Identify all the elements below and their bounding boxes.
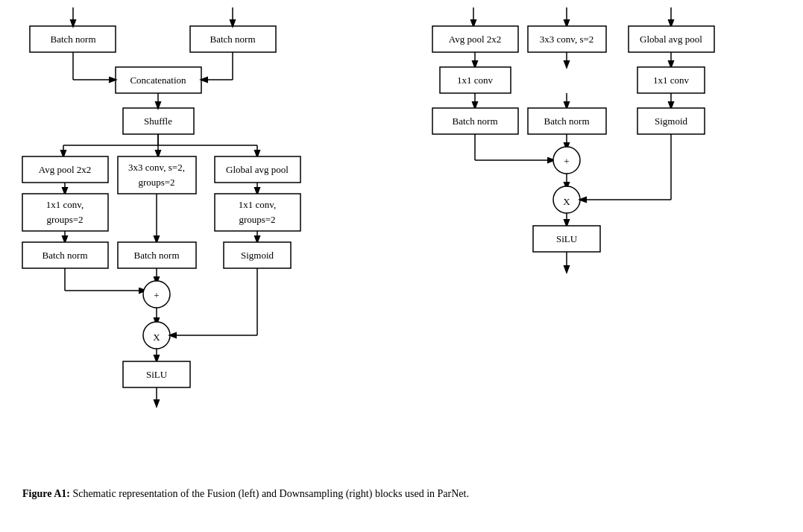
svg-text:groups=2: groups=2	[138, 177, 174, 188]
conv3x3-label: 3x3 conv, s=2,	[128, 162, 185, 173]
r-conv1x1-left-label: 1x1 conv	[457, 75, 494, 86]
r-avg-pool-label: Avg pool 2x2	[449, 34, 502, 45]
svg-text:groups=2: groups=2	[46, 214, 83, 225]
batch-norm-mid-label: Batch norm	[133, 250, 179, 261]
r-silu-label: SiLU	[556, 233, 578, 244]
svg-text:groups=2: groups=2	[239, 214, 275, 225]
left-diagram: Batch norm Batch norm Concatenation Shuf…	[7, 4, 403, 436]
multiply-circle-label: X	[153, 332, 160, 343]
caption-label: Figure A1:	[22, 488, 70, 499]
r-batch-norm-mid-label: Batch norm	[544, 115, 589, 127]
left-batch-norm-1-label: Batch norm	[50, 34, 95, 45]
r-global-avg-pool-label: Global avg pool	[640, 34, 702, 45]
r-conv1x1-right-label: 1x1 conv	[653, 75, 690, 86]
r-conv3x3-label: 3x3 conv, s=2	[540, 34, 594, 45]
r-sigmoid-label: Sigmoid	[655, 115, 688, 127]
caption-text: Schematic representation of the Fusion (…	[70, 488, 469, 499]
concat-label: Concatenation	[130, 75, 186, 86]
avg-pool-label: Avg pool 2x2	[39, 164, 92, 175]
sigmoid-label: Sigmoid	[241, 250, 274, 261]
r-batch-norm-left-label: Batch norm	[452, 115, 497, 127]
figure-caption: Figure A1: Schematic representation of t…	[22, 486, 781, 502]
shuffle-label: Shuffle	[144, 115, 172, 127]
conv1x1-right-label: 1x1 conv,	[239, 199, 276, 210]
r-plus-circle-label: +	[564, 156, 569, 167]
silu-label: SiLU	[146, 369, 168, 380]
right-diagram: Avg pool 2x2 3x3 conv, s=2 Global avg po…	[418, 4, 783, 436]
conv1x1-left-label: 1x1 conv,	[46, 199, 84, 210]
plus-circle-label: +	[154, 290, 159, 301]
r-multiply-circle-label: X	[563, 196, 570, 207]
batch-norm-left-label: Batch norm	[42, 250, 87, 261]
right-batch-norm-1-label: Batch norm	[210, 34, 255, 45]
global-avg-pool-label: Global avg pool	[226, 164, 289, 175]
